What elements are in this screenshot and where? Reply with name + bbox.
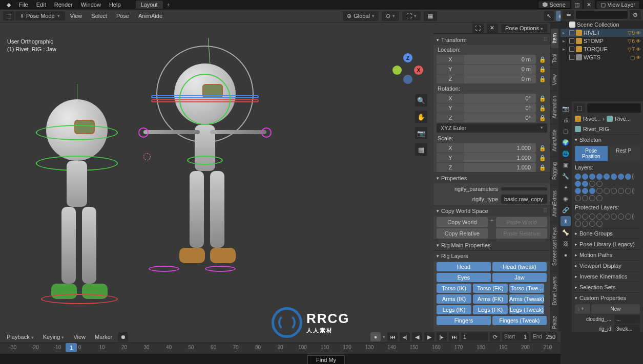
filter-icon[interactable]: ⛶ xyxy=(472,24,484,33)
section-selection-sets[interactable]: ▸Selection Sets xyxy=(574,282,641,292)
rig-layers-header[interactable]: ▾Rig Layers xyxy=(433,250,550,261)
axis-gizmo[interactable]: Z X xyxy=(392,53,423,84)
lock-icon[interactable]: 🔒 xyxy=(538,56,547,63)
menu-render[interactable]: Render xyxy=(51,1,76,9)
rotation-mode-dropdown[interactable]: XYZ Euler▾ xyxy=(437,123,547,133)
rigify-type-field[interactable]: basic.raw_copy xyxy=(501,195,547,204)
vtab-tool[interactable]: Tool xyxy=(551,49,558,68)
tab-world[interactable]: 🌐 xyxy=(561,148,571,159)
rig-btn-legs-fk[interactable]: Legs (FK) xyxy=(473,305,508,314)
outliner-root[interactable]: Scene Collection xyxy=(561,20,643,29)
rig-btn-legs-ik[interactable]: Legs (IK) xyxy=(437,305,471,314)
tab-viewlayer[interactable]: ▢ xyxy=(561,126,571,136)
rig-btn-jaw[interactable]: Jaw xyxy=(492,273,547,282)
workspace-add-button[interactable]: + xyxy=(164,1,173,9)
armature-layers[interactable] xyxy=(575,174,640,187)
menu-file[interactable]: File xyxy=(15,1,32,9)
lock-icon[interactable]: 🔒 xyxy=(538,66,547,73)
vtab-animextras[interactable]: AnimExtras xyxy=(551,185,558,222)
protected-layers[interactable] xyxy=(575,213,640,227)
loc-x-field[interactable]: X xyxy=(437,55,464,64)
outliner-item-rivet[interactable]: ▸RIVET▽9👁 xyxy=(561,29,643,37)
vtab-rigging[interactable]: Rigging xyxy=(551,157,558,185)
rigify-params-field[interactable] xyxy=(501,187,547,190)
lock-icon[interactable]: 🔒 xyxy=(538,95,547,102)
play-reverse-button[interactable]: ◀ xyxy=(412,332,422,341)
3d-viewport[interactable]: User Orthographic (1) Rivet_RIG : Jaw Z … xyxy=(0,23,433,331)
mode-dropdown[interactable]: 🯅 Pose Mode ▾ xyxy=(15,11,65,20)
rig-btn-torso-tweak[interactable]: Torso (Twe... xyxy=(509,284,544,293)
rot-y-field[interactable]: Y xyxy=(437,103,464,113)
keyframe-next-button[interactable]: |▸ xyxy=(437,332,447,341)
pose-position-button[interactable]: Pose Position xyxy=(575,146,608,161)
rest-position-button[interactable]: Rest P xyxy=(608,146,640,161)
outliner-item-torque[interactable]: ▸TORQUE▽7👁 xyxy=(561,45,643,53)
tab-render[interactable]: 📷 xyxy=(561,103,571,114)
scene-delete-button[interactable]: ✕ xyxy=(584,0,595,9)
paste-world-button[interactable]: Paste World xyxy=(496,217,547,227)
cp-cloudrig-val[interactable]: ... xyxy=(614,315,640,324)
custom-prop-add[interactable]: + xyxy=(575,304,590,314)
rig-btn-head[interactable]: Head xyxy=(437,262,491,271)
vtab-screencast[interactable]: Screencast Keys xyxy=(551,222,558,271)
drag-icon[interactable]: ⠿ xyxy=(543,36,547,43)
playhead[interactable]: 1 xyxy=(66,343,77,352)
tab-output[interactable]: 🖨 xyxy=(561,115,571,125)
rot-x-field[interactable]: X xyxy=(437,94,464,103)
vp-menu-select[interactable]: Select xyxy=(87,11,111,20)
rig-btn-head-tweak[interactable]: Head (tweak) xyxy=(492,262,547,271)
menu-window[interactable]: Window xyxy=(77,1,105,9)
pan-icon[interactable]: ✋ xyxy=(415,111,427,123)
cp-rigid-val[interactable]: 3wzk... xyxy=(614,325,640,332)
tab-scene[interactable]: 🌍 xyxy=(561,137,571,147)
menu-help[interactable]: Help xyxy=(106,1,125,9)
armature-name-field[interactable]: Rivet_RIG xyxy=(574,124,641,134)
robot-rivet[interactable] xyxy=(159,63,251,279)
loc-y-field[interactable]: Y xyxy=(437,65,464,74)
visibility-icon[interactable]: 👁 xyxy=(636,30,641,36)
visibility-icon[interactable]: 👁 xyxy=(636,55,641,60)
camera-icon[interactable]: 📷 xyxy=(415,127,427,139)
timeline-ruler[interactable]: 1 -30-20-1001020304050607080901001101201… xyxy=(0,342,561,354)
rig-btn-arms-tweak[interactable]: Arms (Tweak) xyxy=(509,294,544,304)
tab-bone-constraint[interactable]: ⛓ xyxy=(561,239,571,249)
tab-constraints[interactable]: 🔗 xyxy=(561,205,571,215)
section-viewport-display[interactable]: ▸Viewport Display xyxy=(574,260,641,271)
jump-end-button[interactable]: ⏭ xyxy=(449,332,459,341)
start-frame-field[interactable]: Start1 xyxy=(502,332,529,341)
copy-world-button[interactable]: Copy World xyxy=(437,217,488,227)
axis-x[interactable]: X xyxy=(414,66,423,75)
section-motion-paths[interactable]: ▸Motion Paths xyxy=(574,249,641,260)
tab-bone[interactable]: 🦴 xyxy=(561,227,571,238)
axis-y[interactable] xyxy=(392,66,402,75)
transform-panel-header[interactable]: ▾Transform⠿ xyxy=(433,34,550,45)
autokey-toggle[interactable]: ⏺ xyxy=(118,332,128,341)
tab-modifiers[interactable]: 🔧 xyxy=(561,171,571,181)
rig-btn-torso-fk[interactable]: Torso (FK) xyxy=(473,284,508,293)
tab-particles[interactable]: ✦ xyxy=(561,182,571,192)
exclude-icon[interactable]: ▢ xyxy=(630,55,635,60)
snap-dropdown[interactable]: ⛶▾ xyxy=(402,11,421,20)
scale-x-field[interactable]: X xyxy=(437,143,464,153)
tab-armature[interactable]: 🯅 xyxy=(561,216,571,226)
editor-type-dropdown[interactable]: ⬚ xyxy=(3,11,14,20)
outliner-item-wgts[interactable]: WGTS▢👁 xyxy=(561,53,643,61)
autokey-indicator[interactable]: ● xyxy=(370,332,381,341)
visibility-icon[interactable]: 👁 xyxy=(636,47,641,52)
rot-z-field[interactable]: Z xyxy=(437,113,464,122)
lock-icon[interactable]: 🔒 xyxy=(538,105,547,112)
vtab-view[interactable]: View xyxy=(551,69,558,91)
lock-icon[interactable]: 🔒 xyxy=(538,145,547,152)
pose-options-dropdown[interactable]: Pose Options ▾ xyxy=(501,24,547,32)
paste-relative-button[interactable]: Paste Relative xyxy=(496,228,547,239)
props-search-input[interactable] xyxy=(587,103,641,113)
axis-z[interactable]: Z xyxy=(403,53,412,62)
vp-menu-pose[interactable]: Pose xyxy=(112,11,133,20)
copy-relative-button[interactable]: Copy Relative xyxy=(437,228,488,239)
timeline-track[interactable] xyxy=(0,354,561,364)
tab-object[interactable]: ▣ xyxy=(561,160,571,170)
timeline-marker-menu[interactable]: Marker xyxy=(91,332,116,341)
vtab-bone-layers[interactable]: Bone Layers xyxy=(551,271,558,310)
vp-menu-view[interactable]: View xyxy=(66,11,87,20)
outliner-type-icon[interactable]: ≔ xyxy=(563,10,574,19)
